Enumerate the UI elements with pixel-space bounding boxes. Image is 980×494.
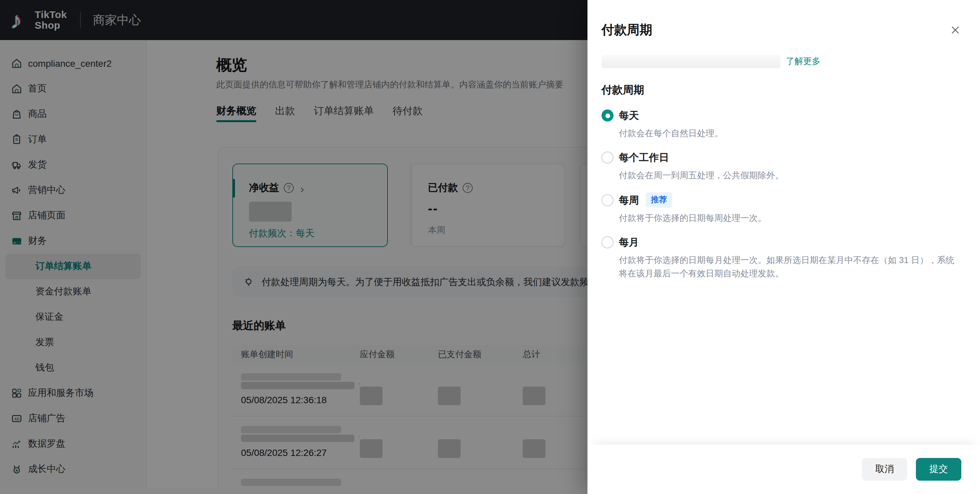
option-monthly: 每月 付款将于你选择的日期每月处理一次。如果所选日期在某月中不存在（如 31 日…	[601, 235, 961, 280]
learn-more-link[interactable]: 了解更多	[786, 56, 821, 67]
close-icon[interactable]	[949, 24, 961, 36]
option-weekday: 每个工作日 付款会在周一到周五处理，公共假期除外。	[601, 150, 961, 182]
app-window: ♪ ♪ ♪ TikTok Shop 商家中心 compliance_center…	[0, 0, 980, 494]
option-weekly: 每周 推荐 付款将于你选择的日期每周处理一次。	[601, 192, 961, 225]
option-label[interactable]: 每月	[619, 235, 639, 250]
option-description: 付款会在周一到周五处理，公共假期除外。	[619, 169, 961, 182]
drawer-footer: 取消 提交	[587, 445, 980, 494]
option-label[interactable]: 每个工作日	[619, 150, 669, 165]
option-description: 付款将于你选择的日期每月处理一次。如果所选日期在某月中不存在（如 31 日），系…	[619, 254, 961, 280]
option-daily: 每天 付款会在每个自然日处理。	[601, 108, 961, 140]
drawer-title: 付款周期	[601, 21, 961, 39]
option-label[interactable]: 每周	[619, 192, 639, 207]
cancel-button[interactable]: 取消	[862, 458, 907, 481]
radio-weekly[interactable]	[601, 194, 614, 206]
radio-monthly[interactable]	[601, 236, 614, 248]
recommended-badge: 推荐	[646, 192, 672, 208]
redacted-intro-text	[601, 55, 780, 68]
payment-cycle-section-heading: 付款周期	[601, 83, 961, 97]
option-description: 付款将于你选择的日期每周处理一次。	[619, 211, 961, 225]
payment-cycle-drawer: 付款周期 了解更多 付款周期 每天 付款会在每个自然日处理。	[587, 0, 980, 494]
payment-cycle-options: 每天 付款会在每个自然日处理。 每个工作日 付款会在周一到周五处理，公共假期除外…	[601, 108, 961, 280]
option-description: 付款会在每个自然日处理。	[619, 127, 961, 140]
radio-weekday[interactable]	[601, 151, 614, 164]
radio-daily[interactable]	[601, 110, 614, 121]
option-label[interactable]: 每天	[619, 108, 639, 123]
submit-button[interactable]: 提交	[916, 458, 961, 481]
